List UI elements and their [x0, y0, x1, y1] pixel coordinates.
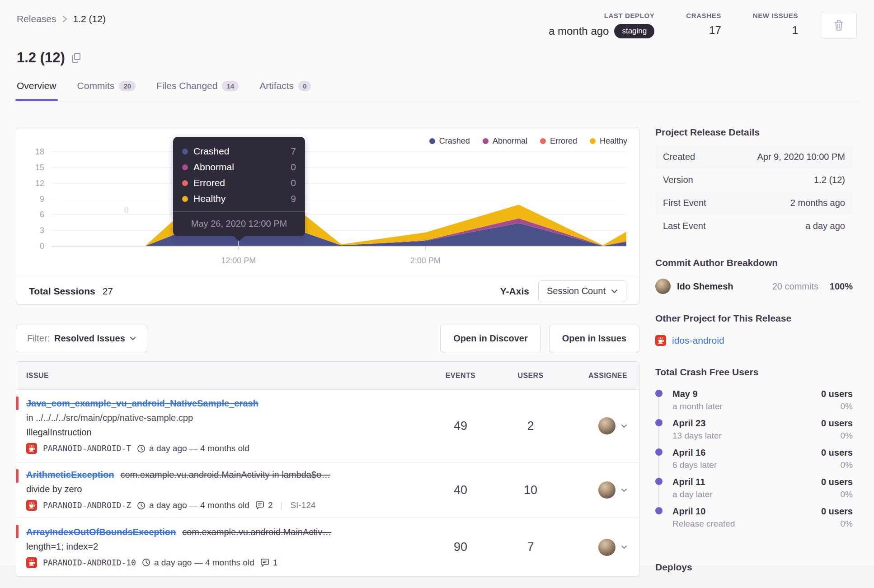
timeline-dot-icon — [655, 419, 663, 426]
timeline-date: May 9 — [672, 389, 698, 399]
tab-commits[interactable]: Commits 20 — [77, 80, 136, 101]
timeline-item: April 10 0 users Release created 0% — [655, 506, 853, 536]
assignee-avatar[interactable] — [598, 481, 616, 499]
other-project-row: idos-android — [655, 335, 853, 346]
open-in-discover-button[interactable]: Open in Discover — [440, 325, 541, 352]
crash-free-users-heading: Total Crash Free Users — [655, 367, 853, 378]
issue-title-link[interactable]: Java_com_example_vu_android_NativeSample… — [26, 398, 258, 408]
total-sessions-label: Total Sessions — [29, 286, 95, 297]
issue-message: divide by zero — [26, 482, 420, 496]
timeline-sub: a day later — [672, 490, 713, 499]
detail-label: Version — [663, 175, 693, 185]
timeline-date: April 23 — [672, 418, 705, 429]
tab-commits-badge: 20 — [119, 81, 136, 91]
svg-text:15: 15 — [35, 163, 44, 172]
last-deploy-value: a month ago — [549, 25, 609, 37]
legend-abnormal-label: Abnormal — [493, 136, 527, 146]
total-sessions-value: 27 — [103, 286, 113, 297]
detail-label: Created — [663, 152, 695, 162]
chevron-down-icon — [130, 336, 136, 341]
tab-files-changed[interactable]: Files Changed 14 — [156, 80, 239, 101]
other-project-section: Other Project for This Release idos-andr… — [655, 313, 853, 346]
comment-count-value: 2 — [268, 498, 273, 513]
chart-legend: Crashed Abnormal Errored Healthy — [429, 136, 627, 146]
assignee-avatar[interactable] — [598, 417, 616, 434]
delete-release-button[interactable] — [821, 12, 857, 39]
issue-title-link[interactable]: ArrayIndexOutOfBoundsException — [26, 527, 176, 537]
breadcrumb-releases-link[interactable]: Releases — [17, 14, 56, 24]
detail-row-first-event: First Event 2 months ago — [655, 191, 853, 215]
issue-events-count: 90 — [424, 540, 497, 554]
timeline-dot-icon — [655, 390, 663, 397]
timeline-item: April 23 0 users 13 days later 0% — [655, 418, 853, 448]
copy-icon[interactable] — [71, 52, 81, 63]
tab-artifacts[interactable]: Artifacts 0 — [259, 80, 311, 101]
comment-count-value: 1 — [273, 555, 278, 570]
timeline-dot-icon — [655, 478, 663, 485]
issues-filter-dropdown[interactable]: Filter: Resolved Issues — [16, 325, 147, 352]
sessions-chart[interactable]: 036912151812:00 PM2:00 PM0 Crashed Abnor… — [16, 127, 639, 277]
chart-footer: Total Sessions 27 Y-Axis Session Count — [16, 277, 639, 305]
header-assignee: ASSIGNEE — [564, 372, 639, 380]
open-in-issues-button[interactable]: Open in Issues — [549, 325, 639, 352]
timeline-pct: 0% — [841, 490, 853, 499]
timeline-dot-icon — [655, 507, 663, 514]
timeline-users: 0 users — [821, 389, 853, 399]
page-title: 1.2 (12) — [17, 50, 81, 66]
legend-crashed: Crashed — [429, 136, 470, 146]
meta-divider: | — [278, 498, 284, 513]
svg-text:12: 12 — [35, 179, 44, 188]
timeline-pct: 0% — [841, 431, 853, 441]
healthy-dot-icon — [182, 196, 188, 202]
issue-age: a day ago — 4 months old — [137, 441, 249, 456]
issue-row: Java_com_example_vu_android_NativeSample… — [16, 390, 639, 462]
crashes-label: CRASHES — [686, 12, 721, 19]
timeline-sub: 13 days later — [672, 431, 722, 441]
assignee-avatar[interactable] — [598, 539, 616, 556]
legend-errored: Errored — [540, 136, 577, 146]
other-project-link[interactable]: idos-android — [672, 335, 724, 346]
stat-crashes: CRASHES 17 — [686, 12, 721, 37]
project-slug: PARANOID-ANDROID-T — [43, 441, 131, 456]
tab-overview-label: Overview — [17, 80, 56, 91]
author-commit-count: 20 commits — [772, 281, 818, 292]
issue-culprit: com.example.vu.android.MainActivity in l… — [120, 470, 330, 480]
last-deploy-label: LAST DEPLOY — [604, 12, 655, 19]
project-coffee-icon — [26, 500, 37, 511]
chevron-down-icon — [611, 289, 618, 294]
assignee-chevron-down-icon[interactable] — [621, 545, 627, 549]
project-coffee-icon — [26, 443, 37, 454]
unhandled-indicator-bar — [16, 397, 19, 410]
detail-row-created: Created Apr 9, 2020 10:00 PM — [655, 145, 853, 168]
header-issue: ISSUE — [16, 372, 424, 380]
timeline-date: April 10 — [672, 506, 705, 517]
commit-author-breakdown-heading: Commit Author Breakdown — [655, 257, 853, 268]
stacked-area-chart: 036912151812:00 PM2:00 PM0 — [16, 127, 639, 277]
svg-text:12:00 PM: 12:00 PM — [221, 256, 256, 265]
filter-selected-value: Resolved Issues — [54, 333, 125, 344]
yaxis-select[interactable]: Session Count — [538, 280, 626, 302]
svg-text:18: 18 — [35, 147, 44, 156]
timeline-sub: 6 days later — [672, 460, 717, 470]
timeline-users: 0 users — [821, 506, 853, 517]
legend-abnormal: Abnormal — [483, 136, 527, 146]
issue-annotation-link[interactable]: SI-124 — [290, 498, 315, 513]
issue-users-count: 10 — [497, 483, 564, 497]
issues-table: ISSUE EVENTS USERS ASSIGNEE Java_com_exa… — [16, 361, 639, 577]
legend-healthy-label: Healthy — [600, 136, 627, 146]
assignee-chevron-down-icon[interactable] — [621, 488, 627, 492]
deploys-heading: Deploys — [655, 562, 853, 573]
svg-text:3: 3 — [40, 226, 44, 235]
assignee-chevron-down-icon[interactable] — [621, 424, 627, 428]
other-project-heading: Other Project for This Release — [655, 313, 853, 324]
issue-location: in ../../../../src/main/cpp/native-sampl… — [26, 411, 420, 425]
detail-row-last-event: Last Event a day ago — [655, 215, 853, 238]
tab-overview[interactable]: Overview — [17, 80, 56, 101]
timeline-sub: Release created — [672, 519, 735, 529]
issue-title-link[interactable]: ArithmeticException — [26, 470, 114, 480]
tab-bar: Overview Commits 20 Files Changed 14 Art… — [17, 80, 311, 101]
issue-events-count: 40 — [424, 483, 497, 497]
crash-free-users-section: Total Crash Free Users May 9 0 users a m… — [655, 367, 853, 536]
breadcrumb-current: 1.2 (12) — [73, 14, 106, 24]
tabs-divider — [14, 102, 860, 102]
